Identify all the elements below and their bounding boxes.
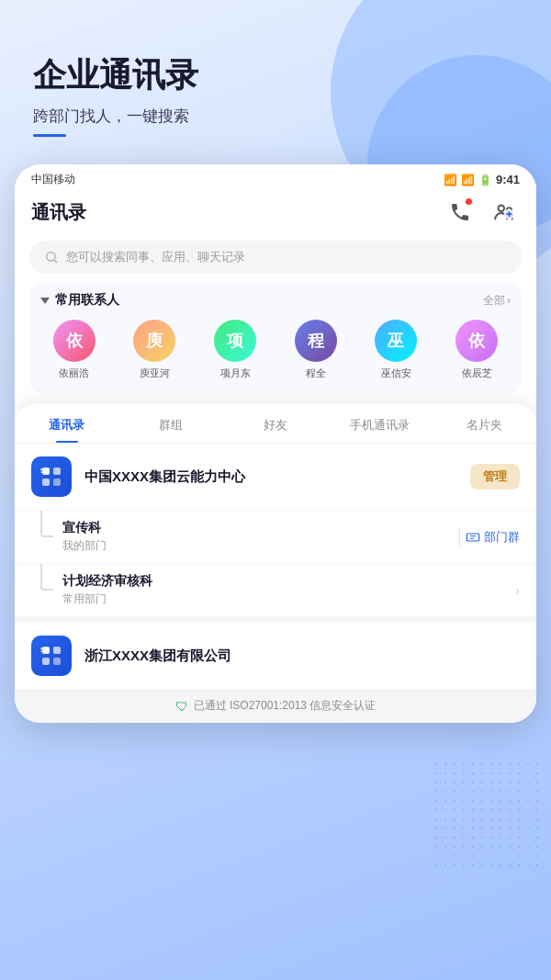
sub-item-right: 部门群	[459, 528, 520, 546]
chevron-right-icon: ›	[515, 583, 520, 598]
shield-icon: 🛡	[175, 699, 188, 714]
divider	[459, 528, 460, 546]
company-item-1[interactable]: 5G 中国XXXX集团云能力中心 管理	[15, 444, 536, 511]
svg-text:5G: 5G	[40, 647, 50, 653]
svg-text:5G: 5G	[40, 467, 50, 474]
contact-name: 程全	[306, 366, 326, 380]
sub-item-name: 计划经济审核科	[62, 573, 515, 590]
tab-business-card[interactable]: 名片夹	[432, 417, 536, 443]
avatar: 项	[214, 320, 256, 362]
tree-line	[40, 564, 53, 591]
contact-name: 项月东	[220, 366, 251, 380]
app-title: 通讯录	[31, 200, 86, 225]
contact-name: 庾亚河	[140, 366, 170, 380]
dept-group-button[interactable]: 部门群	[466, 529, 520, 546]
carrier-text: 中国移动	[31, 172, 75, 187]
certification-bar: 🛡 已通过 ISO27001:2013 信息安全认证	[15, 689, 536, 723]
contacts-header-left: 常用联系人	[40, 292, 119, 309]
contacts-header: 常用联系人 全部 ›	[40, 292, 511, 309]
contact-item[interactable]: 庾 庾亚河	[133, 320, 175, 380]
contact-item[interactable]: 依 依辰芝	[455, 320, 498, 380]
header-icons	[444, 197, 520, 228]
contact-item[interactable]: 依 依丽浩	[53, 320, 96, 380]
contacts-icon	[492, 200, 516, 224]
tab-phone-contacts[interactable]: 手机通讯录	[328, 417, 433, 443]
svg-point-0	[499, 206, 505, 212]
contact-name: 依辰芝	[462, 366, 492, 380]
tab-bar: 通讯录 群组 好友 手机通讯录 名片夹	[15, 404, 536, 444]
sub-item-right-2: ›	[515, 583, 520, 598]
frequent-contacts-section: 常用联系人 全部 › 依 依丽浩 庾 庾亚河 项 项月东 程 程全	[29, 283, 522, 393]
hero-title: 企业通讯录	[33, 55, 518, 95]
svg-rect-7	[42, 479, 50, 486]
collapse-icon[interactable]	[40, 298, 50, 304]
avatar: 依	[455, 320, 498, 362]
search-placeholder-text: 您可以搜索同事、应用、聊天记录	[66, 249, 245, 265]
contact-name: 巫信安	[381, 366, 411, 380]
company-name-2: 浙江XXXX集团有限公司	[84, 648, 520, 665]
bottom-card: 通讯录 群组 好友 手机通讯录 名片夹	[15, 404, 536, 723]
tab-groups[interactable]: 群组	[119, 417, 224, 443]
company-icon-1: 5G	[39, 464, 64, 490]
company-item-2[interactable]: 5G 浙江XXXX集团有限公司	[15, 617, 536, 689]
svg-rect-6	[53, 467, 61, 475]
certification-text: 已通过 ISO27001:2013 信息安全认证	[194, 698, 377, 714]
contact-item[interactable]: 程 程全	[295, 320, 337, 380]
hero-subtitle: 跨部门找人，一键搜索	[33, 106, 518, 127]
avatar: 巫	[375, 320, 417, 362]
view-all-button[interactable]: 全部 ›	[483, 293, 511, 309]
company-icon-2: 5G	[39, 643, 64, 669]
sub-item-content: 宣传科 我的部门	[62, 520, 459, 554]
sub-item-xuanchuanke[interactable]: 宣传科 我的部门 部门群	[15, 511, 536, 564]
status-icons: 📶 📶 🔋 9:41	[444, 173, 520, 186]
battery-icon: 🔋	[478, 174, 492, 186]
status-time: 9:41	[496, 173, 520, 186]
phone-mockup: 中国移动 📶 📶 🔋 9:41 通讯录	[15, 164, 536, 723]
company-name-1: 中国XXXX集团云能力中心	[84, 468, 457, 486]
svg-rect-14	[53, 658, 61, 665]
call-icon-button[interactable]	[444, 197, 476, 228]
sub-item-name: 宣传科	[62, 520, 459, 536]
manage-button[interactable]: 管理	[470, 464, 520, 490]
contacts-section-title: 常用联系人	[55, 292, 119, 309]
signal-icon: 📶	[461, 174, 475, 186]
company-logo-1: 5G	[31, 456, 72, 497]
avatar: 依	[53, 320, 96, 362]
svg-rect-8	[53, 479, 61, 486]
company-logo-2: 5G	[31, 636, 72, 676]
contacts-avatar-list: 依 依丽浩 庾 庾亚河 项 项月东 程 程全 巫 巫信安 依 依辰芝	[40, 320, 511, 380]
group-icon	[466, 530, 480, 545]
wifi-icon: 📶	[444, 174, 457, 186]
svg-rect-12	[53, 647, 61, 654]
avatar: 庾	[133, 320, 175, 362]
tree-line	[40, 511, 53, 537]
search-bar[interactable]: 您可以搜索同事、应用、聊天记录	[29, 241, 522, 274]
contacts-icon-button[interactable]	[489, 197, 520, 228]
svg-rect-10	[467, 534, 478, 541]
contact-item[interactable]: 项 项月东	[214, 320, 256, 380]
sub-item-jihuajingji[interactable]: 计划经济审核科 常用部门 ›	[15, 564, 536, 617]
sub-item-tag: 我的部门	[62, 538, 459, 554]
search-icon	[44, 250, 59, 265]
svg-rect-13	[42, 658, 50, 665]
sub-item-content: 计划经济审核科 常用部门	[62, 573, 515, 607]
avatar: 程	[295, 320, 337, 362]
contact-name: 依丽浩	[59, 366, 89, 380]
contact-item[interactable]: 巫 巫信安	[375, 320, 417, 380]
hero-section: 企业通讯录 跨部门找人，一键搜索	[0, 0, 551, 164]
tab-contacts[interactable]: 通讯录	[15, 417, 119, 443]
status-bar: 中国移动 📶 📶 🔋 9:41	[15, 164, 536, 191]
tab-friends[interactable]: 好友	[223, 417, 328, 443]
hero-underline	[33, 134, 66, 137]
app-header: 通讯录	[15, 191, 536, 237]
sub-item-tag: 常用部门	[62, 591, 515, 607]
